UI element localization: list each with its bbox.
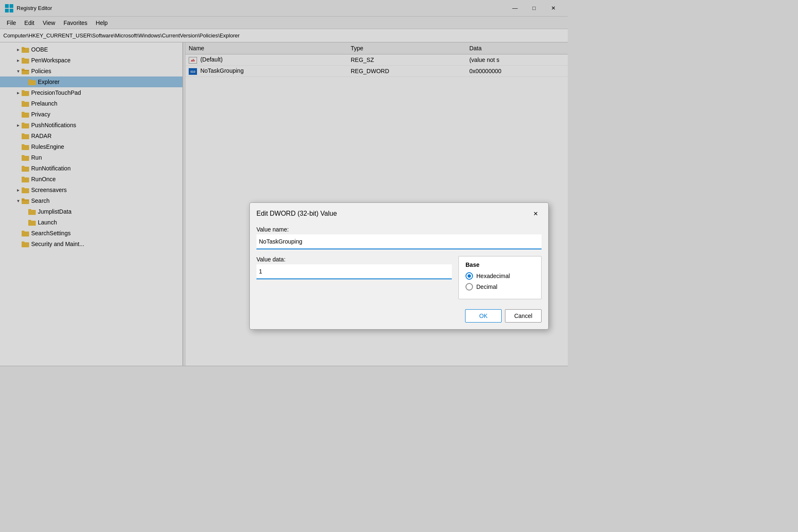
base-section: Base Hexadecimal Decimal — [458, 256, 542, 299]
radio-circle-hex — [466, 272, 473, 280]
hexadecimal-radio[interactable]: Hexadecimal — [466, 272, 534, 280]
dialog-data-row: Value data: Base Hexadecimal Decimal — [256, 256, 542, 299]
value-data-label: Value data: — [256, 256, 452, 263]
hexadecimal-label: Hexadecimal — [476, 273, 510, 279]
decimal-label: Decimal — [476, 283, 498, 290]
dialog-buttons: OK Cancel — [256, 308, 542, 323]
radio-circle-dec — [466, 283, 473, 291]
dialog-title: Edit DWORD (32-bit) Value — [256, 210, 530, 217]
modal-overlay: Edit DWORD (32-bit) Value ✕ Value name: … — [0, 0, 568, 374]
value-data-section: Value data: — [256, 256, 452, 299]
dialog-body: Value name: Value data: Base Hexadecimal… — [250, 223, 548, 329]
value-name-label: Value name: — [256, 226, 542, 233]
edit-dword-dialog: Edit DWORD (32-bit) Value ✕ Value name: … — [249, 202, 549, 330]
base-label: Base — [466, 261, 534, 268]
value-name-input[interactable] — [256, 234, 542, 249]
ok-button[interactable]: OK — [465, 309, 502, 323]
decimal-radio[interactable]: Decimal — [466, 283, 534, 291]
dialog-title-bar: Edit DWORD (32-bit) Value ✕ — [250, 203, 548, 223]
value-data-input[interactable] — [256, 264, 452, 279]
dialog-close-button[interactable]: ✕ — [530, 208, 542, 219]
cancel-button[interactable]: Cancel — [505, 309, 542, 323]
